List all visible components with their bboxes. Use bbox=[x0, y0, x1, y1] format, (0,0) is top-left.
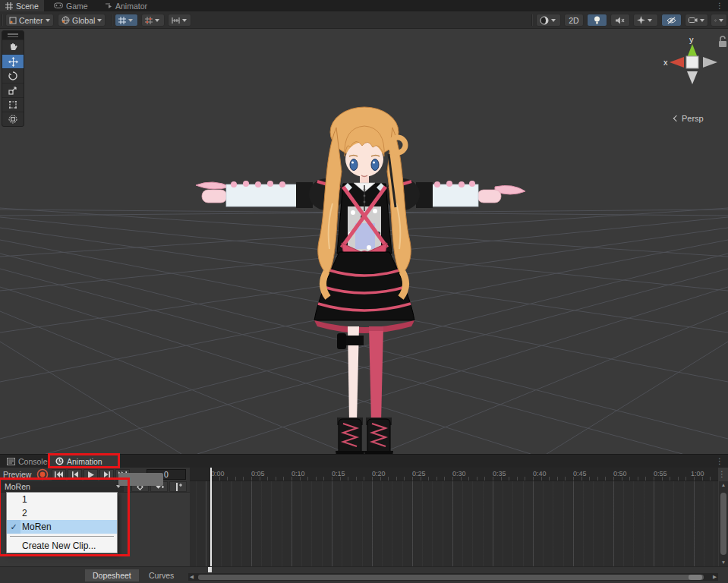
lock-icon bbox=[719, 41, 726, 47]
camera-dropdown[interactable] bbox=[685, 14, 708, 27]
tab-animator-label: Animator bbox=[115, 2, 147, 11]
gizmo-x-label: x bbox=[663, 58, 668, 67]
clip-dropdown-menu: 1 2 ✓ MoRen Create New Clip... bbox=[6, 492, 118, 553]
panel-kebab-icon[interactable]: ⋮ bbox=[716, 456, 723, 467]
go-to-start-button[interactable] bbox=[52, 469, 66, 481]
orientation-gizmo[interactable]: y x bbox=[659, 30, 727, 125]
tab-animation[interactable]: Animation bbox=[50, 455, 119, 468]
overlay-drag-handle[interactable] bbox=[2, 31, 24, 39]
gizmo-down-axis bbox=[687, 71, 698, 84]
scene-viewport[interactable]: y x Persp bbox=[0, 29, 728, 454]
vertical-scrollbar-thumb[interactable] bbox=[720, 493, 726, 555]
menu-item-clip-1[interactable]: 1 bbox=[7, 493, 117, 506]
animation-panel: Console Animation ⋮ Preview bbox=[0, 454, 728, 583]
transform-tool-button[interactable] bbox=[2, 112, 24, 126]
tab-scene[interactable]: Scene bbox=[0, 0, 44, 11]
scroll-down-icon[interactable]: ▼ bbox=[719, 559, 728, 566]
animator-arrow-icon bbox=[104, 2, 112, 9]
move-icon bbox=[8, 57, 18, 67]
playhead-footer-tick bbox=[208, 567, 212, 572]
chevron-down-icon bbox=[182, 19, 187, 22]
rotate-icon bbox=[8, 71, 17, 80]
effects-dropdown[interactable] bbox=[633, 14, 658, 27]
chevron-down-icon bbox=[128, 19, 133, 22]
menu-item-clip-2[interactable]: 2 bbox=[7, 506, 117, 520]
pivot-mode-dropdown[interactable]: Center bbox=[5, 14, 54, 27]
tab-console[interactable]: Console bbox=[2, 455, 53, 468]
tab-console-label: Console bbox=[18, 457, 48, 466]
ruler-kebab-icon[interactable]: ⋮ bbox=[718, 469, 726, 480]
chevron-down-icon bbox=[46, 19, 50, 22]
crosshair-icon bbox=[714, 16, 717, 25]
projection-mode-button[interactable]: Persp bbox=[674, 114, 704, 123]
light-bulb-icon bbox=[594, 16, 600, 25]
projection-label: Persp bbox=[682, 114, 704, 123]
horizontal-scrollbar[interactable]: ◀ ▶ bbox=[188, 573, 718, 581]
view-hand-tool-button[interactable] bbox=[2, 39, 24, 54]
scene-lighting-toggle[interactable] bbox=[587, 14, 607, 27]
gizmo-z-axis bbox=[703, 57, 717, 68]
speaker-muted-icon bbox=[616, 17, 625, 24]
preview-button[interactable]: Preview bbox=[3, 470, 31, 479]
scroll-left-icon[interactable]: ◀ bbox=[190, 574, 194, 580]
play-button[interactable] bbox=[84, 469, 98, 481]
tab-dopesheet[interactable]: Dopesheet bbox=[85, 569, 139, 581]
dopesheet-area[interactable] bbox=[190, 481, 718, 566]
playhead[interactable] bbox=[210, 468, 212, 566]
tab-animator[interactable]: Animator bbox=[99, 0, 153, 11]
eye-off-icon bbox=[667, 17, 676, 24]
menu-item-create-new-clip[interactable]: Create New Clip... bbox=[7, 539, 117, 553]
scene-tab-kebab-icon[interactable]: ⋮ bbox=[716, 1, 723, 11]
character-model[interactable] bbox=[196, 107, 525, 454]
chevron-left-icon bbox=[673, 115, 679, 121]
chevron-down-icon bbox=[700, 19, 704, 22]
pivot-mode-label: Center bbox=[19, 16, 43, 25]
orientation-dropdown[interactable]: Global bbox=[58, 14, 106, 27]
skip-to-start-icon bbox=[55, 471, 63, 477]
ruler-minor-ticks bbox=[211, 477, 718, 481]
move-tool-button[interactable] bbox=[2, 54, 24, 68]
vertical-scrollbar[interactable]: ▲ ▼ bbox=[719, 481, 728, 566]
clip-dropdown[interactable]: MoRen bbox=[2, 481, 124, 492]
gamepad-icon bbox=[54, 2, 63, 9]
unity-editor-window: Scene Game Animator ⋮ Center Global bbox=[0, 0, 728, 583]
toolbar-separator bbox=[531, 14, 532, 26]
gizmos-dropdown[interactable] bbox=[711, 14, 727, 27]
tab-scene-label: Scene bbox=[16, 2, 39, 11]
scroll-up-icon[interactable]: ▲ bbox=[719, 482, 728, 488]
scroll-right-icon[interactable]: ▶ bbox=[713, 574, 717, 580]
chevron-down-icon bbox=[155, 19, 159, 22]
previous-frame-button[interactable] bbox=[68, 469, 82, 481]
console-icon bbox=[7, 458, 15, 465]
horizontal-scrollbar-thumb[interactable] bbox=[198, 575, 704, 580]
record-icon bbox=[36, 468, 49, 481]
tab-animation-label: Animation bbox=[67, 457, 102, 466]
clock-icon bbox=[55, 457, 64, 465]
timeline-ruler[interactable]: 0:00 0:05 0:10 0:15 0:20 0:25 0:30 0:35 … bbox=[190, 468, 718, 481]
tab-curves[interactable]: Curves bbox=[141, 569, 181, 581]
2d-mode-toggle[interactable]: 2D bbox=[564, 14, 584, 27]
grid-visual-dropdown[interactable] bbox=[141, 14, 165, 27]
camera-icon bbox=[689, 17, 698, 24]
rect-tool-button[interactable] bbox=[2, 97, 24, 112]
chevron-down-icon bbox=[648, 19, 652, 22]
record-button[interactable] bbox=[36, 468, 49, 481]
menu-item-clip-moren[interactable]: ✓ MoRen bbox=[7, 520, 117, 534]
shading-mode-dropdown[interactable] bbox=[536, 14, 561, 27]
audio-toggle[interactable] bbox=[610, 14, 630, 27]
add-marker-button[interactable] bbox=[169, 481, 187, 492]
gizmo-x-axis bbox=[670, 57, 684, 68]
checkmark-icon: ✓ bbox=[7, 520, 20, 534]
rotate-tool-button[interactable] bbox=[2, 68, 24, 83]
grid-snap-toggle[interactable] bbox=[115, 14, 138, 27]
gizmo-y-axis bbox=[687, 44, 698, 58]
view-tab-bar: Scene Game Animator ⋮ bbox=[0, 0, 728, 11]
next-frame-button[interactable] bbox=[99, 469, 114, 481]
tab-game[interactable]: Game bbox=[49, 0, 93, 11]
scale-tool-button[interactable] bbox=[2, 83, 24, 97]
scene-visibility-toggle[interactable] bbox=[661, 14, 682, 27]
snap-increment-dropdown[interactable] bbox=[168, 14, 191, 27]
step-back-icon bbox=[72, 471, 78, 477]
samples-field[interactable] bbox=[118, 473, 163, 486]
gizmo-center-cube bbox=[686, 56, 698, 68]
